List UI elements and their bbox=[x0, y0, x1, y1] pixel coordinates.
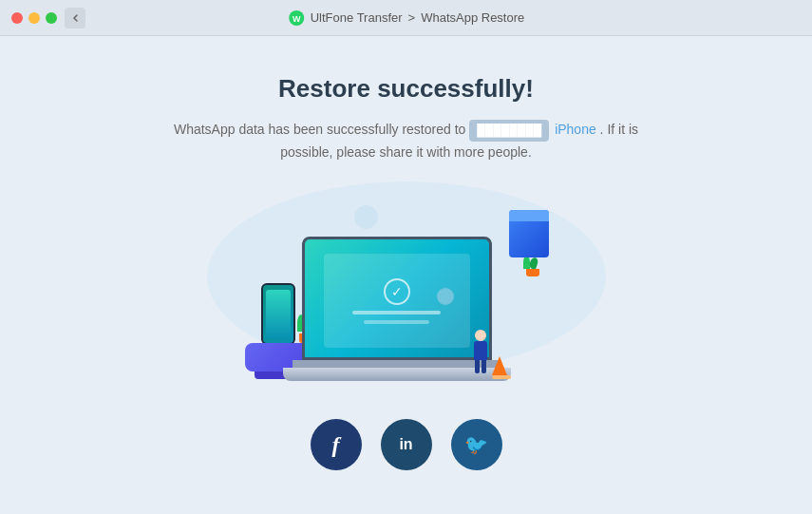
screen-bar-2 bbox=[364, 320, 429, 324]
leg-left bbox=[475, 360, 480, 373]
minimize-button[interactable] bbox=[28, 12, 40, 24]
decorative-circle-1 bbox=[354, 205, 378, 229]
phone bbox=[261, 283, 295, 345]
leg-right bbox=[482, 360, 486, 373]
linkedin-share-button[interactable]: in bbox=[381, 419, 432, 470]
check-icon: ✓ bbox=[391, 284, 403, 299]
linkedin-icon: in bbox=[399, 436, 412, 453]
back-button[interactable] bbox=[65, 8, 85, 29]
titlebar-text: W UltFone Transfer > WhatsApp Restore bbox=[288, 10, 525, 27]
chevron-left-icon bbox=[70, 13, 80, 23]
device-badge: ████████ bbox=[469, 120, 549, 142]
phone-screen bbox=[266, 290, 291, 338]
twitter-share-button[interactable]: 🐦 bbox=[451, 419, 502, 470]
facebook-icon: f bbox=[332, 432, 340, 458]
breadcrumb-separator: > bbox=[408, 10, 416, 25]
main-content: Restore successfully! WhatsApp data has … bbox=[0, 36, 812, 470]
traffic-lights bbox=[11, 12, 57, 24]
decorative-circle-2 bbox=[437, 288, 454, 305]
storage-box bbox=[509, 210, 549, 257]
app-name: UltFone Transfer bbox=[311, 10, 403, 25]
person-body bbox=[474, 341, 487, 360]
cone-base bbox=[492, 375, 511, 379]
iphone-label: iPhone bbox=[555, 122, 596, 137]
facebook-share-button[interactable]: f bbox=[311, 419, 362, 470]
success-description: WhatsApp data has been successfully rest… bbox=[160, 119, 653, 162]
cone-triangle bbox=[492, 356, 507, 375]
laptop-hinge bbox=[293, 360, 501, 368]
maximize-button[interactable] bbox=[46, 12, 57, 24]
titlebar: W UltFone Transfer > WhatsApp Restore bbox=[0, 0, 812, 36]
screen-bar-1 bbox=[352, 311, 440, 314]
traffic-cone bbox=[492, 356, 511, 379]
app-icon: W bbox=[288, 10, 305, 27]
desc-before: WhatsApp data has been successfully rest… bbox=[174, 122, 465, 137]
person-figure bbox=[474, 330, 487, 373]
illustration: ✓ bbox=[169, 172, 644, 400]
laptop-screen: ✓ bbox=[302, 237, 492, 360]
svg-text:W: W bbox=[292, 14, 300, 24]
person-head bbox=[475, 330, 486, 341]
breadcrumb-section: WhatsApp Restore bbox=[421, 10, 524, 25]
social-buttons: f in 🐦 bbox=[311, 419, 502, 470]
person-legs bbox=[474, 360, 487, 373]
close-button[interactable] bbox=[11, 12, 23, 24]
screen-circle: ✓ bbox=[384, 278, 410, 305]
success-title: Restore successfully! bbox=[278, 74, 534, 104]
twitter-icon: 🐦 bbox=[464, 433, 488, 456]
